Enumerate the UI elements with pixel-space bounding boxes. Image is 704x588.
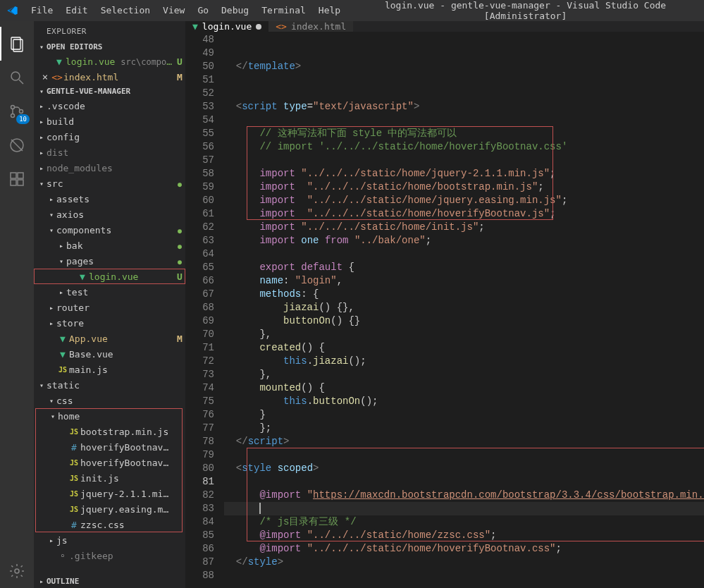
- file-tree-item[interactable]: JShoverifyBootnav.js: [35, 455, 183, 470]
- activity-debug[interactable]: [0, 128, 34, 162]
- file-tree-item[interactable]: ▸router: [34, 300, 185, 315]
- svg-point-4: [11, 106, 15, 109]
- svg-rect-11: [11, 180, 16, 185]
- file-tree-item[interactable]: #hoverifyBootnav.css: [35, 439, 183, 455]
- file-icon: ◦: [56, 551, 69, 561]
- activitybar: 10: [0, 21, 34, 588]
- activity-scm[interactable]: 10: [0, 94, 34, 128]
- scm-badge: 10: [16, 114, 30, 124]
- activity-search[interactable]: [0, 61, 34, 94]
- file-tree-item[interactable]: ▸dist: [34, 145, 185, 160]
- file-tree-item[interactable]: JSbootstrap.min.js: [35, 424, 183, 439]
- editor-tab[interactable]: <>index.html: [268, 21, 353, 32]
- menu-view[interactable]: View: [156, 5, 191, 16]
- activity-settings[interactable]: [0, 554, 34, 588]
- menu-go[interactable]: Go: [191, 5, 215, 16]
- close-icon[interactable]: ×: [39, 71, 51, 82]
- file-tree-item[interactable]: ▸store: [34, 315, 185, 331]
- file-tree-item[interactable]: ▸assets: [34, 191, 185, 207]
- line-gutter: 4849505152535455565758596061626364656667…: [185, 32, 224, 588]
- file-tree-item[interactable]: ▸node_modules: [34, 160, 185, 176]
- file-tree-item[interactable]: ▼App.vueM: [34, 331, 185, 346]
- menu-edit[interactable]: Edit: [59, 5, 94, 16]
- chevron-right-icon: ▸: [37, 577, 47, 585]
- section-project[interactable]: ▾ GENTLE-VUE-MANAGER: [34, 85, 185, 98]
- file-tree-item[interactable]: ▼Base.vue: [34, 346, 185, 362]
- dirty-icon: [256, 24, 261, 30]
- file-tree-item[interactable]: ▸.vscode: [34, 98, 185, 114]
- code-area[interactable]: </template> <script type="text/javascrip…: [224, 32, 704, 588]
- html-icon: <>: [276, 21, 287, 32]
- activity-extensions[interactable]: [0, 162, 34, 196]
- file-tree-item[interactable]: ▾axios: [34, 207, 185, 222]
- html-icon: <>: [51, 72, 63, 82]
- menu-file[interactable]: File: [25, 5, 59, 16]
- svg-rect-10: [18, 173, 23, 178]
- js-icon: JS: [68, 459, 80, 467]
- js-icon: JS: [68, 474, 80, 482]
- section-outline[interactable]: ▸ OUTLINE: [34, 575, 185, 588]
- file-tree-item[interactable]: ▸config: [34, 129, 185, 145]
- file-tree-item[interactable]: ▼login.vueU: [34, 269, 185, 284]
- menu-debug[interactable]: Debug: [215, 5, 255, 16]
- css-icon: #: [68, 520, 80, 530]
- file-tree-item[interactable]: ▸test: [34, 284, 185, 300]
- open-editor-item[interactable]: ▼login.vue src\componen...U: [34, 54, 185, 69]
- file-tree-item[interactable]: ▸build: [34, 114, 185, 129]
- file-tree-item[interactable]: JSjquery-2.1.1.min.js: [35, 486, 183, 501]
- file-tree-item[interactable]: ▾components●: [34, 222, 185, 238]
- vue-icon: ▼: [76, 271, 89, 282]
- window-title: login.vue - gentle-vue-manager - Visual …: [347, 0, 704, 21]
- file-tree-item[interactable]: ▾home: [35, 408, 183, 424]
- file-tree-item[interactable]: ▾css: [34, 393, 185, 408]
- file-tree-item[interactable]: ▾pages●: [34, 253, 185, 269]
- section-open-editors[interactable]: ▾ OPEN EDITORS: [34, 40, 185, 54]
- svg-point-6: [20, 110, 23, 114]
- svg-rect-12: [18, 180, 23, 185]
- activity-explorer[interactable]: [0, 27, 34, 61]
- menu-selection[interactable]: Selection: [94, 5, 156, 16]
- file-tree-item[interactable]: ◦.gitkeep: [34, 548, 185, 563]
- editor-group: ▼login.vue<>index.html 48495051525354555…: [185, 21, 704, 588]
- open-editor-item[interactable]: ×<>index.htmlM: [34, 69, 185, 85]
- sidebar-explorer: EXPLORER ▾ OPEN EDITORS ▼login.vue src\c…: [34, 21, 185, 588]
- js-icon: JS: [56, 366, 69, 374]
- chevron-down-icon: ▾: [37, 43, 47, 51]
- svg-point-13: [15, 569, 19, 573]
- file-tree-item[interactable]: ▾static: [34, 377, 185, 393]
- sidebar-title: EXPLORER: [34, 21, 185, 40]
- file-tree-item[interactable]: #zzsc.css: [35, 517, 183, 532]
- js-icon: JS: [68, 490, 80, 498]
- editor-tab[interactable]: ▼login.vue: [185, 21, 268, 32]
- menu-terminal[interactable]: Terminal: [255, 5, 312, 16]
- vscode-logo-icon: [0, 5, 25, 16]
- file-tree-item[interactable]: ▸bak●: [34, 238, 185, 253]
- menu-help[interactable]: Help: [312, 5, 347, 16]
- menubar: FileEditSelectionViewGoDebugTerminalHelp…: [0, 0, 704, 21]
- editor-tabs: ▼login.vue<>index.html: [185, 21, 704, 32]
- vue-icon: ▼: [56, 349, 69, 360]
- vue-icon: ▼: [53, 56, 66, 67]
- file-tree-item[interactable]: JSinit.js: [35, 470, 183, 486]
- svg-line-3: [19, 80, 23, 84]
- chevron-down-icon: ▾: [37, 87, 47, 95]
- svg-point-5: [11, 114, 15, 118]
- js-icon: JS: [68, 506, 80, 513]
- file-tree-item[interactable]: ▸js: [34, 532, 185, 548]
- svg-point-2: [11, 72, 20, 80]
- file-tree-item[interactable]: JSjquery.easing.min.js: [35, 501, 183, 517]
- css-icon: #: [68, 442, 80, 453]
- vue-icon: ▼: [56, 333, 69, 344]
- file-tree-item[interactable]: ▾src●: [34, 176, 185, 191]
- js-icon: JS: [68, 428, 80, 436]
- text-editor[interactable]: 4849505152535455565758596061626364656667…: [185, 32, 704, 588]
- vue-icon: ▼: [192, 21, 198, 32]
- svg-line-8: [11, 140, 23, 151]
- svg-rect-9: [11, 173, 16, 178]
- file-tree-item[interactable]: JSmain.js: [34, 362, 185, 377]
